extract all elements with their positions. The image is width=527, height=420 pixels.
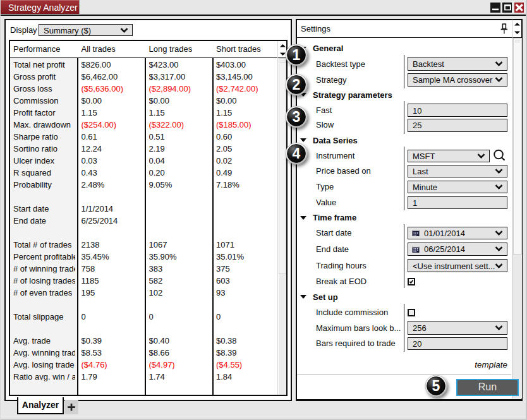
svg-text:3: 3 xyxy=(293,109,301,125)
svg-text:4: 4 xyxy=(293,145,301,162)
svg-text:5: 5 xyxy=(432,378,440,394)
svg-text:1: 1 xyxy=(293,47,301,63)
svg-text:2: 2 xyxy=(293,76,301,93)
